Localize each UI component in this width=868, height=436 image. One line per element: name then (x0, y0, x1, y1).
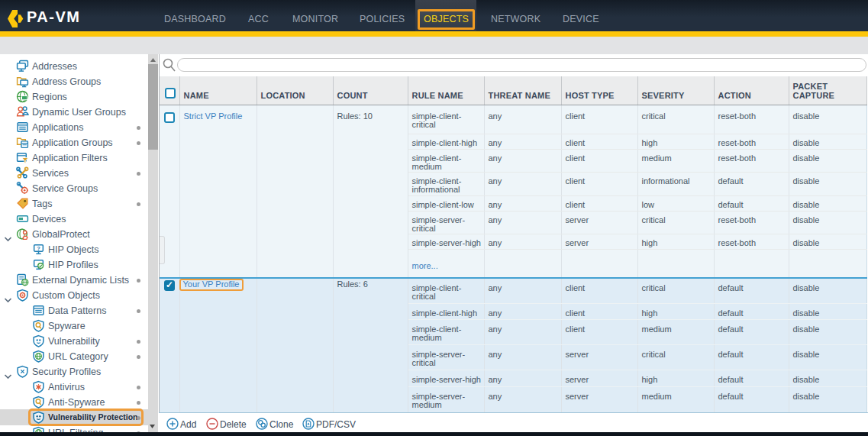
svg-text:?: ? (37, 244, 40, 251)
